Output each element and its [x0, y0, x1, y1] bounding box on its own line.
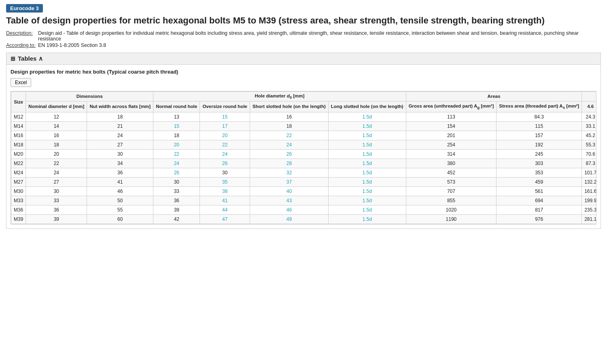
sub-header-row: Nominal diameter d [mm] Nut width across…: [11, 101, 597, 112]
cell-size: M16: [11, 131, 26, 140]
header-oversize-round: Oversize round hole: [200, 101, 250, 112]
cell-nom: 24: [26, 168, 87, 177]
header-size: Size: [11, 91, 26, 112]
cell-t46: 199.9: [582, 196, 596, 205]
cell-nom: 16: [26, 131, 87, 140]
cell-oversize: 26: [200, 159, 250, 168]
meta-info: Description: Design aid - Table of desig…: [6, 30, 601, 49]
cell-nom: 20: [26, 149, 87, 159]
header-t46: 4.6: [582, 101, 596, 112]
cell-long: 1.5d: [328, 140, 406, 149]
cell-size: M20: [11, 149, 26, 159]
tables-section: Design properties for metric hex bolts (…: [6, 64, 601, 229]
cell-gross: 573: [406, 177, 497, 186]
cell-gross: 314: [406, 149, 497, 159]
cell-nom: 14: [26, 121, 87, 131]
cell-t46: 132.2: [582, 177, 596, 186]
cell-normal: 26: [153, 168, 200, 177]
cell-long: 1.5d: [328, 112, 406, 121]
cell-size: M12: [11, 112, 26, 121]
cell-normal: 24: [153, 159, 200, 168]
cell-stress: 115: [497, 121, 582, 131]
table-wrapper[interactable]: Size Dimensions Hole diameter d0 [mm] Ar…: [11, 91, 596, 224]
cell-gross: 254: [406, 140, 497, 149]
cell-nut: 27: [87, 140, 153, 149]
cell-nom: 27: [26, 177, 87, 186]
cell-nut: 60: [87, 214, 153, 224]
table-row: M3030463338401.5d707561161.6161.6202.020…: [11, 186, 597, 196]
header-gross-area: Gross area (unthreaded part) Ag [mm²]: [406, 101, 497, 112]
cell-short: 18: [250, 121, 328, 131]
cell-nut: 36: [87, 168, 153, 177]
cell-t46: 161.6: [582, 186, 596, 196]
table-row: M1818272022241.5d25419255.355.369.169.18…: [11, 140, 597, 149]
cell-t46: 281.1: [582, 214, 596, 224]
table-row: M1616241820221.5d20115745.245.256.556.56…: [11, 131, 597, 140]
cell-nom: 33: [26, 196, 87, 205]
cell-gross: 707: [406, 186, 497, 196]
cell-gross: 452: [406, 168, 497, 177]
table-row: M3333503641431.5d855694199.9199.9249.824…: [11, 196, 597, 205]
cell-short: 32: [250, 168, 328, 177]
cell-stress: 192: [497, 140, 582, 149]
cell-short: 16: [250, 112, 328, 121]
cell-normal: 22: [153, 149, 200, 159]
cell-nut: 50: [87, 196, 153, 205]
cell-long: 1.5d: [328, 131, 406, 140]
table-row: M3939604247491.5d1190976281.1281.1351.43…: [11, 214, 597, 224]
cell-nut: 41: [87, 177, 153, 186]
cell-nut: 24: [87, 131, 153, 140]
main-table: Size Dimensions Hole diameter d0 [mm] Ar…: [11, 91, 596, 224]
cell-short: 46: [250, 205, 328, 214]
cell-t46: 70.6: [582, 149, 596, 159]
cell-t46: 235.3: [582, 205, 596, 214]
cell-stress: 303: [497, 159, 582, 168]
cell-nut: 55: [87, 205, 153, 214]
cell-size: M30: [11, 186, 26, 196]
cell-t46: 55.3: [582, 140, 596, 149]
header-short-slotted: Short slotted hole (on the length): [250, 101, 328, 112]
grid-icon: ⊞: [11, 55, 15, 62]
cell-gross: 855: [406, 196, 497, 205]
cell-nom: 18: [26, 140, 87, 149]
table-row: M1414211517181.5d15411533.133.141.441.44…: [11, 121, 597, 131]
eurocode-badge: Eurocode 3: [6, 4, 43, 13]
tables-section-header[interactable]: ⊞ Tables ∧: [6, 53, 601, 64]
cell-long: 1.5d: [328, 214, 406, 224]
description-value: Design aid - Table of design properties …: [38, 30, 579, 42]
table-row: M2222342426281.5d38030387.387.3109.1109.…: [11, 159, 597, 168]
cell-stress: 459: [497, 177, 582, 186]
excel-button[interactable]: Excel: [11, 78, 31, 87]
cell-short: 40: [250, 186, 328, 196]
cell-size: M36: [11, 205, 26, 214]
table-row: M2424362630321.5d452353101.7101.7127.112…: [11, 168, 597, 177]
cell-oversize: 24: [200, 149, 250, 159]
cell-long: 1.5d: [328, 159, 406, 168]
cell-short: 43: [250, 196, 328, 205]
cell-oversize: 38: [200, 186, 250, 196]
cell-short: 26: [250, 149, 328, 159]
table-row: M1212181315161.5d11384.324.324.330.330.3…: [11, 112, 597, 121]
cell-t46: 87.3: [582, 159, 596, 168]
cell-nut: 34: [87, 159, 153, 168]
cell-stress: 245: [497, 149, 582, 159]
cell-stress: 694: [497, 196, 582, 205]
cell-t46: 24.3: [582, 112, 596, 121]
cell-gross: 1190: [406, 214, 497, 224]
cell-short: 28: [250, 159, 328, 168]
header-long-slotted: Long slotted hole (on the length): [328, 101, 406, 112]
page-title: Table of design properties for metric he…: [6, 15, 601, 27]
table-body: M1212181315161.5d11384.324.324.330.330.3…: [11, 112, 597, 224]
cell-normal: 39: [153, 205, 200, 214]
cell-short: 49: [250, 214, 328, 224]
group-header-row: Size Dimensions Hole diameter d0 [mm] Ar…: [11, 91, 597, 101]
cell-long: 1.5d: [328, 205, 406, 214]
cell-normal: 42: [153, 214, 200, 224]
cell-gross: 1020: [406, 205, 497, 214]
cell-oversize: 15: [200, 112, 250, 121]
cell-short: 24: [250, 140, 328, 149]
description-label: Description:: [6, 30, 33, 36]
cell-nom: 22: [26, 159, 87, 168]
cell-normal: 13: [153, 112, 200, 121]
cell-short: 22: [250, 131, 328, 140]
